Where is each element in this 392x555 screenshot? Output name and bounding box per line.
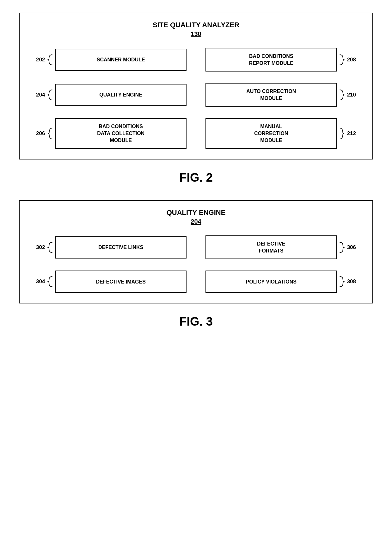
module-306-wrap: DEFECTIVEFORMATS 306 bbox=[205, 235, 356, 259]
defective-images-box: DEFECTIVE IMAGES bbox=[55, 271, 187, 293]
fig3-title: QUALITY ENGINE bbox=[30, 209, 362, 217]
module-306-label: 306 bbox=[347, 244, 356, 251]
fig3-id: 204 bbox=[30, 218, 362, 225]
module-304-label: 304 bbox=[36, 278, 45, 285]
fig2-caption: FIG. 2 bbox=[19, 171, 373, 184]
module-208-wrap: BAD CONDITIONSREPORT MODULE 208 bbox=[205, 48, 356, 72]
module-204-label: 204 bbox=[36, 92, 45, 98]
fig2-module-grid: 202 SCANNER MODULE BAD CONDITIONSREPORT … bbox=[30, 48, 362, 149]
bracket-206-icon bbox=[46, 127, 55, 140]
module-206-wrap: 206 BAD CONDITIONSDATA COLLECTIONMODULE bbox=[36, 118, 187, 149]
scanner-module-box: SCANNER MODULE bbox=[55, 49, 187, 71]
bracket-306-icon bbox=[337, 241, 346, 254]
fig3-module-grid: 302 DEFECTIVE LINKS DEFECTIVEFORMATS 306… bbox=[30, 235, 362, 293]
auto-correction-module-box: AUTO CORRECTIONMODULE bbox=[205, 83, 337, 107]
manual-correction-module-box: MANUALCORRECTIONMODULE bbox=[205, 118, 337, 149]
module-210-label: 210 bbox=[347, 92, 356, 98]
module-308-wrap: POLICY VIOLATIONS 308 bbox=[205, 271, 356, 293]
module-212-wrap: MANUALCORRECTIONMODULE 212 bbox=[205, 118, 356, 149]
module-212-label: 212 bbox=[347, 130, 356, 137]
module-308-label: 308 bbox=[347, 278, 356, 285]
defective-formats-box: DEFECTIVEFORMATS bbox=[205, 235, 337, 259]
bracket-202-icon bbox=[46, 53, 55, 66]
bracket-210-icon bbox=[337, 89, 346, 101]
bad-conditions-report-module-box: BAD CONDITIONSREPORT MODULE bbox=[205, 48, 337, 72]
fig2-title: SITE QUALITY ANALYZER bbox=[30, 21, 362, 29]
fig2-diagram: SITE QUALITY ANALYZER 130 202 SCANNER MO… bbox=[19, 13, 373, 159]
policy-violations-box: POLICY VIOLATIONS bbox=[205, 271, 337, 293]
module-204-wrap: 204 QUALITY ENGINE bbox=[36, 83, 187, 107]
module-304-wrap: 304 DEFECTIVE IMAGES bbox=[36, 271, 187, 293]
module-302-label: 302 bbox=[36, 244, 45, 251]
bracket-212-icon bbox=[337, 127, 346, 140]
bracket-304-icon bbox=[46, 275, 55, 288]
module-210-wrap: AUTO CORRECTIONMODULE 210 bbox=[205, 83, 356, 107]
quality-engine-box: QUALITY ENGINE bbox=[55, 84, 187, 106]
bracket-308-icon bbox=[337, 275, 346, 288]
bracket-208-icon bbox=[337, 53, 346, 66]
fig2-id: 130 bbox=[30, 30, 362, 38]
module-302-wrap: 302 DEFECTIVE LINKS bbox=[36, 235, 187, 259]
module-206-label: 206 bbox=[36, 130, 45, 137]
fig3-caption: FIG. 3 bbox=[19, 315, 373, 328]
bad-conditions-data-collection-module-box: BAD CONDITIONSDATA COLLECTIONMODULE bbox=[55, 118, 187, 149]
fig3-diagram: QUALITY ENGINE 204 302 DEFECTIVE LINKS D… bbox=[19, 200, 373, 303]
module-202-wrap: 202 SCANNER MODULE bbox=[36, 48, 187, 72]
bracket-204-icon bbox=[46, 89, 55, 101]
bracket-302-icon bbox=[46, 241, 55, 254]
defective-links-box: DEFECTIVE LINKS bbox=[55, 236, 187, 259]
module-208-label: 208 bbox=[347, 57, 356, 63]
module-202-label: 202 bbox=[36, 57, 45, 63]
